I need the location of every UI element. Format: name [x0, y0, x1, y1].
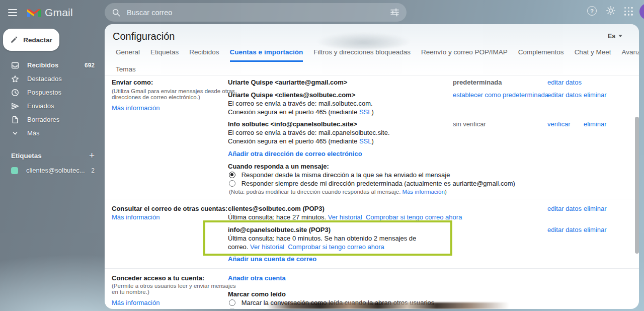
tab-avanzadas[interactable]: Avanzadas: [621, 48, 639, 62]
gmail-logo[interactable]: Gmail: [27, 7, 73, 19]
tab-etiquetas[interactable]: Etiquetas: [150, 48, 179, 62]
tab-filtros[interactable]: Filtros y direcciones bloqueadas: [313, 48, 411, 62]
document-icon: [11, 116, 19, 124]
tab-chat-meet[interactable]: Chat y Meet: [575, 48, 611, 62]
grant-access-desc: (Permite a otros usuarios leer y enviar …: [112, 283, 236, 295]
radio-selected-icon[interactable]: [229, 172, 235, 178]
grant-access-learn-more-link[interactable]: Más información: [112, 299, 159, 306]
main-menu-button[interactable]: [8, 7, 17, 18]
settings-panel: Configuración Es General Etiquetas Recib…: [105, 24, 639, 309]
sidebar-label-clientes[interactable]: clientes@solbutec... 2: [0, 164, 105, 177]
radio-unselected-icon[interactable]: [229, 180, 235, 187]
gear-icon: [605, 5, 616, 16]
star-icon: [11, 75, 19, 83]
send-as-account-2-edit-link[interactable]: editar datos: [547, 91, 582, 99]
radio-unselected-icon[interactable]: [229, 308, 235, 309]
language-value: Es: [608, 33, 615, 40]
sidebar-item-inbox[interactable]: Recibidos 692: [0, 58, 105, 72]
sidebar-item-starred[interactable]: Destacados: [0, 72, 105, 86]
background-photo-blob: [316, 32, 412, 49]
ssl-link[interactable]: SSL: [359, 137, 372, 145]
send-as-account-2-name: Uriarte Quispe <clientes@solbutec.com>: [228, 91, 355, 99]
page-title: Configuración: [113, 31, 175, 42]
pop3-account-2-delete-link[interactable]: eliminar: [584, 226, 607, 234]
pop3-account-2-status-line1: Última consulta: hace 0 minutos. Se han …: [228, 235, 416, 242]
sidebar-item-label: Recibidos: [27, 61, 85, 69]
tab-cuentas-importacion[interactable]: Cuentas e importación: [230, 48, 303, 62]
chevron-down-icon: [11, 129, 19, 137]
check-mail-learn-more-link[interactable]: Más información: [112, 213, 159, 221]
label-name: clientes@solbutec...: [26, 167, 91, 174]
send-as-account-2-delete-link[interactable]: eliminar: [584, 91, 607, 99]
grant-access-label: Conceder acceso a tu cuenta:: [112, 274, 204, 282]
send-as-account-3-secure: Conexión segura en el puerto 465 (median…: [228, 137, 374, 145]
divider: [105, 75, 639, 75]
compose-label: Redactar: [23, 36, 52, 44]
pop3-account-2-status-line2: correo. Ver historial Comprobar si tengo…: [228, 243, 384, 251]
divider: [105, 268, 639, 269]
send-as-account-1-name: Uriarte Quispe <auriartte@gmail.com>: [228, 79, 347, 86]
send-as-account-2-via: El correo se envía a través de: mail.sol…: [228, 100, 373, 107]
reply-mode-header: Cuando responda a un mensaje:: [228, 163, 329, 170]
background-photo-strip: [267, 302, 509, 309]
send-as-account-3-verify-link[interactable]: verificar: [547, 120, 571, 128]
search-input[interactable]: Buscar correo: [127, 9, 390, 17]
language-selector[interactable]: Es: [608, 33, 622, 40]
labels-header: Etiquetas +: [0, 149, 105, 162]
check-mail-now-link[interactable]: Comprobar si tengo correo ahora: [288, 243, 384, 251]
pop3-account-2-edit-link[interactable]: editar datos: [547, 226, 582, 234]
ssl-link[interactable]: SSL: [359, 108, 372, 116]
add-another-account-link[interactable]: Añadir otra cuenta: [228, 274, 286, 282]
gmail-wordmark: Gmail: [45, 7, 73, 19]
hamburger-icon: [8, 9, 17, 10]
check-mail-now-link[interactable]: Comprobar si tengo correo ahora: [366, 213, 462, 221]
send-as-account-3-status: sin verificar: [453, 120, 486, 128]
scrollbar-thumb[interactable]: [635, 117, 639, 254]
pop3-account-1-delete-link[interactable]: eliminar: [584, 205, 607, 212]
search-bar[interactable]: Buscar correo: [105, 3, 407, 22]
unread-count: 692: [85, 62, 95, 69]
create-label-button[interactable]: +: [89, 150, 95, 161]
account-avatar[interactable]: [639, 4, 644, 20]
note-learn-more-link[interactable]: Más información: [403, 189, 445, 195]
send-as-learn-more-link[interactable]: Más información: [112, 104, 159, 112]
view-history-link[interactable]: Ver historial: [250, 243, 284, 251]
send-as-label: Enviar como:: [112, 79, 153, 86]
sidebar-item-sent[interactable]: Enviados: [0, 99, 105, 113]
radio-unselected-icon[interactable]: [229, 299, 235, 306]
pop3-account-1-status: Última consulta: hace 27 minutos. Ver hi…: [228, 213, 462, 221]
mark-as-read-header: Marcar como leído: [228, 290, 286, 298]
tab-general[interactable]: General: [116, 48, 140, 62]
pop3-account-1-edit-link[interactable]: editar datos: [547, 205, 582, 212]
pop3-account-1-name: clientes@solbutec.com (POP3): [228, 205, 325, 212]
view-history-link[interactable]: Ver historial: [328, 213, 362, 221]
send-icon: [11, 102, 19, 110]
settings-button[interactable]: [605, 5, 616, 16]
google-apps-button[interactable]: [624, 7, 633, 16]
gmail-m-icon: [27, 8, 41, 18]
clock-icon: [11, 89, 19, 97]
label-count: 2: [91, 167, 95, 174]
label-color-icon: [11, 167, 18, 174]
reply-mode-option-2: Responder siempre desde mi dirección pre…: [229, 180, 515, 187]
sidebar-item-drafts[interactable]: Borradores: [0, 113, 105, 126]
add-mail-account-link[interactable]: Añadir una cuenta de correo: [228, 255, 316, 263]
send-as-account-3-delete-link[interactable]: eliminar: [584, 120, 607, 128]
tab-recibidos[interactable]: Recibidos: [189, 48, 219, 62]
sidebar-item-snoozed[interactable]: Pospuestos: [0, 86, 105, 99]
sidebar-item-more[interactable]: Más: [0, 126, 105, 140]
add-email-address-link[interactable]: Añadir otra dirección de correo electrón…: [228, 150, 362, 158]
send-as-account-2-make-default-link[interactable]: establecer como predeterminada: [453, 91, 548, 99]
tab-temas[interactable]: Temas: [116, 65, 136, 73]
search-options-icon[interactable]: [390, 8, 399, 17]
tab-complementos[interactable]: Complementos: [518, 48, 564, 62]
pencil-icon: [10, 35, 18, 44]
support-button[interactable]: ?: [587, 6, 597, 16]
labels-title: Etiquetas: [11, 152, 89, 160]
divider: [105, 199, 639, 199]
question-icon: ?: [590, 8, 594, 14]
tab-reenvio-pop-imap[interactable]: Reenvío y correo POP/IMAP: [421, 48, 508, 62]
compose-button[interactable]: Redactar: [3, 29, 59, 51]
search-icon: [112, 8, 121, 17]
send-as-account-1-edit-link[interactable]: editar datos: [547, 79, 582, 86]
